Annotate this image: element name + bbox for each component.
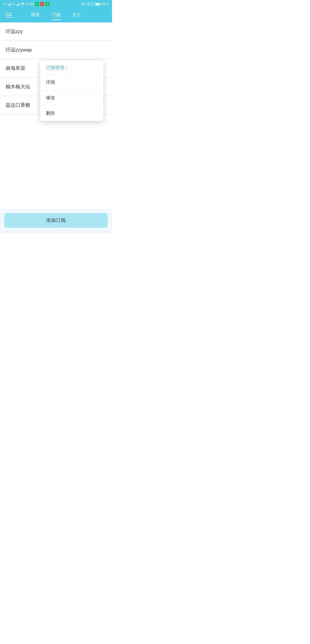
context-menu-overlay[interactable]: 订阅管理： 详细 修改 删除 (0, 0, 112, 233)
context-menu-delete[interactable]: 删除 (40, 106, 103, 121)
context-menu-edit[interactable]: 修改 (40, 90, 103, 106)
context-menu-detail[interactable]: 详细 (40, 75, 103, 90)
context-menu: 订阅管理： 详细 修改 删除 (40, 60, 103, 121)
context-menu-title: 订阅管理： (40, 60, 103, 74)
